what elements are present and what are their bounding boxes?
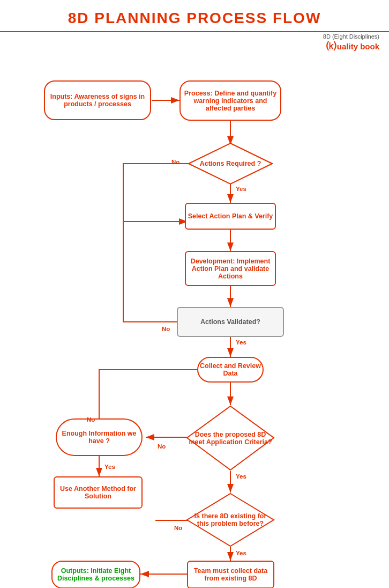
is-there-8d-node: Is there 8D existing for this problem be… [186, 493, 275, 547]
team-must-label: Team must collect data from existing 8D [188, 567, 273, 582]
actions-required-label: Actions Required ? [198, 158, 264, 170]
is-there-8d-label: Is there 8D existing for this problem be… [186, 510, 275, 530]
no4-label: No [87, 416, 95, 423]
page: 8D PLANNING PROCESS FLOW 8D (Eight Disci… [0, 0, 389, 588]
process-label: Process: Define and quantify warning ind… [181, 90, 280, 112]
use-another-node: Use Another Method for Solution [54, 476, 143, 509]
enough-info-label: Enough Information we have ? [57, 430, 141, 445]
no3-label: No [158, 443, 166, 450]
inputs-label: Inputs: Awareness of signs in products /… [45, 93, 150, 108]
header: 8D PLANNING PROCESS FLOW [0, 0, 389, 32]
yes4-label: Yes [236, 473, 246, 480]
actions-required-node: Actions Required ? [188, 142, 273, 185]
outputs-node: Outputs: Initiate Eight Disciplines & pr… [51, 561, 140, 588]
yes1-label: Yes [236, 186, 246, 192]
process-node: Process: Define and quantify warning ind… [179, 80, 281, 121]
inputs-node: Inputs: Awareness of signs in products /… [44, 80, 151, 120]
collect-review-node: Collect and Review Data [197, 357, 264, 383]
development-label: Development: Implement Action Plan and v… [186, 258, 275, 280]
use-another-label: Use Another Method for Solution [55, 485, 141, 500]
team-must-node: Team must collect data from existing 8D [187, 561, 274, 588]
no5-label: No [174, 525, 182, 531]
collect-review-label: Collect and Review Data [198, 362, 263, 377]
does-proposed-node: Does the proposed 8D meet Application Cr… [186, 405, 275, 471]
actions-validated-node: Actions Validated? [177, 307, 284, 337]
no2-label: No [162, 326, 170, 332]
yes5-label: Yes [236, 550, 246, 556]
actions-validated-label: Actions Validated? [200, 318, 260, 326]
yes2-label: Yes [236, 339, 246, 346]
outputs-label: Outputs: Initiate Eight Disciplines & pr… [53, 567, 139, 582]
select-action-node: Select Action Plan & Verify [185, 203, 276, 230]
select-action-label: Select Action Plan & Verify [188, 212, 273, 220]
yes3-label: Yes [104, 464, 115, 470]
flowchart: Inputs: Awareness of signs in products /… [0, 38, 389, 585]
page-title: 8D PLANNING PROCESS FLOW [0, 10, 389, 27]
enough-info-node: Enough Information we have ? [56, 418, 143, 456]
does-proposed-label: Does the proposed 8D meet Application Cr… [186, 429, 275, 448]
no1-label: No [171, 159, 179, 165]
development-node: Development: Implement Action Plan and v… [185, 251, 276, 286]
